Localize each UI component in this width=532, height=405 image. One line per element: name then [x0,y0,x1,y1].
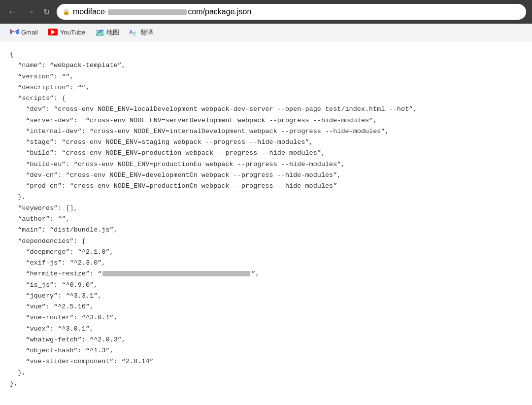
json-line: “internal-dev”: “cross-env NODE_ENV=inte… [10,126,522,137]
svg-text:M: M [10,30,14,34]
gmail-icon: M [10,28,19,36]
bookmark-gmail[interactable]: M Gmail [6,27,42,38]
json-line: “whatwg-fetch”: “^2.0.3”, [10,335,522,345]
maps-label: 地图 [106,28,119,37]
json-line: “server-dev”: “cross-env NODE_ENV=server… [10,115,522,126]
json-line: “build”: “cross-env NODE_ENV=production … [10,148,522,159]
content-area: { “name”: “webpack-template”, “version”:… [0,41,532,405]
bookmark-youtube[interactable]: YouTube [44,27,89,37]
json-content: { “name”: “webpack-template”, “version”:… [10,49,522,389]
json-line: { [10,49,522,60]
translate-label: 翻译 [140,28,153,37]
forward-button[interactable]: → [24,5,36,19]
url-prefix: modiface· [73,7,107,16]
url-suffix: com/package.json [188,7,251,16]
json-line: “hermite-resize”: “”, [10,269,522,279]
json-line: “description”: “”, [10,82,522,93]
youtube-label: YouTube [60,29,85,36]
bookmark-translate[interactable]: A 文 翻译 [125,27,157,38]
svg-text:文: 文 [133,31,136,35]
json-line: “vue-router”: “^3.0.1”, [10,312,522,323]
json-line: “prod-cn”: “cross-env NODE_ENV=productio… [10,181,522,192]
lock-icon: 🔒 [63,8,70,15]
json-line: “keywords”: [], [10,203,522,214]
json-line: “deepmerge”: “^2.1.0”, [10,247,522,258]
json-line: “dependencies”: { [10,236,522,247]
json-line: }, [10,368,522,378]
json-line: “dev-cn”: “cross-env NODE_ENV=developmen… [10,170,522,181]
json-line: “main”: “dist/bundle.js”, [10,225,522,236]
json-line: “object-hash”: “^1.3”, [10,345,522,356]
back-button[interactable]: ← [6,5,19,19]
browser-chrome: ← → ↻ 🔒 modiface·com/package.json [0,0,532,24]
bookmarks-bar: M Gmail YouTube 🗺️ 地图 A 文 翻译 [0,24,532,41]
json-line: “stage”: “cross-env NODE_ENV=staging web… [10,137,522,148]
json-line: “vuex”: “^3.0.1”, [10,324,522,335]
json-line: “is_js”: “^0.9.0”, [10,280,522,291]
json-line: “vue-slider-component”: “2.8.14” [10,356,522,367]
bookmark-maps[interactable]: 🗺️ 地图 [91,27,123,38]
url-blurred [108,9,187,15]
blurred-url [102,271,250,276]
url-text: modiface·com/package.json [73,7,251,16]
json-line: “jquery”: “^3.3.1”, [10,291,522,302]
json-line: “build-eu”: “cross-env NODE_ENV=producti… [10,159,522,170]
json-line: “version”: “”, [10,71,522,82]
json-line: }, [10,192,522,202]
json-line: “vue”: “^2.5.16”, [10,302,522,312]
json-line: “exif-js”: “^2.3.0”, [10,258,522,269]
youtube-icon [48,29,58,36]
address-bar[interactable]: 🔒 modiface·com/package.json [57,4,526,20]
translate-icon: A 文 [129,28,138,37]
gmail-label: Gmail [21,29,38,36]
json-line: “author”: “”, [10,214,522,225]
maps-icon: 🗺️ [95,28,104,37]
json-line: “scripts”: { [10,93,522,104]
refresh-button[interactable]: ↻ [41,5,52,19]
json-line: “name”: “webpack-template”, [10,60,522,71]
json-line: “dev”: “cross-env NODE_ENV=localDevelopm… [10,104,522,115]
json-line: }, [10,378,522,389]
